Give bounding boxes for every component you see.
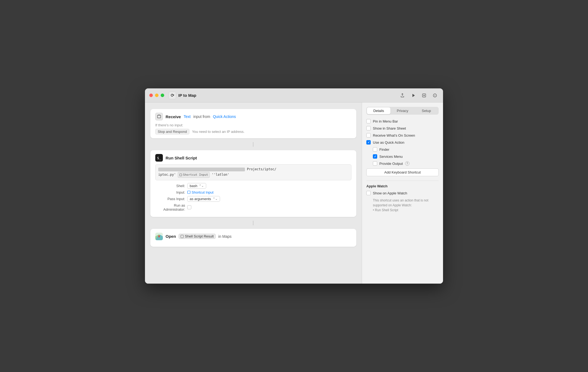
apple-watch-title: Apple Watch bbox=[366, 184, 439, 188]
shell-code-line2: iptoc.py' Shortcut Input ''latlon' bbox=[158, 172, 348, 178]
play-button[interactable] bbox=[409, 92, 417, 99]
finder-checkbox[interactable] bbox=[373, 147, 377, 152]
admin-label: Run as Administrator: bbox=[155, 203, 185, 211]
close-button[interactable] bbox=[149, 94, 153, 97]
input-shortcut-field[interactable]: Shortcut Input bbox=[187, 190, 214, 194]
add-shortcut-button[interactable]: Add Keyboard Shortcut bbox=[366, 168, 439, 176]
admin-row: Run as Administrator: bbox=[155, 203, 351, 211]
titlebar-actions bbox=[399, 92, 439, 99]
receive-screen-label: Receive What's On Screen bbox=[373, 133, 415, 137]
quick-action-suboptions: Finder Services Menu Provide Output ? bbox=[373, 147, 439, 166]
services-menu-row: Services Menu bbox=[373, 154, 439, 159]
window-title: IP to Map bbox=[178, 93, 399, 98]
pin-menu-bar-checkbox[interactable] bbox=[366, 119, 371, 123]
open-title: Open bbox=[166, 234, 176, 239]
pass-input-row: Pass Input: as arguments ⌃⌄ bbox=[155, 196, 351, 202]
no-input-row: Stop and Respond You need to select an I… bbox=[155, 129, 351, 134]
input-field-row: Input: Shortcut Input bbox=[155, 190, 351, 194]
shell-title: Run Shell Script bbox=[166, 156, 197, 160]
stop-respond-badge[interactable]: Stop and Respond bbox=[155, 129, 189, 134]
maps-icon bbox=[155, 233, 163, 240]
finder-row: Finder bbox=[373, 147, 439, 152]
no-input-label: If there's no input: bbox=[155, 123, 351, 127]
apple-watch-warning: This shortcut uses an action that is not… bbox=[373, 198, 439, 213]
section-divider bbox=[366, 181, 439, 181]
main-window: ⟳ IP to Map bbox=[145, 88, 443, 284]
shell-code-line1: Projects/iptoc/ bbox=[158, 167, 348, 172]
sidebar: Details Privacy Setup Pin in Menu Bar Sh… bbox=[362, 102, 443, 284]
maps-card: Open Shell Script Result in Maps bbox=[150, 229, 356, 247]
shell-icon: $_ bbox=[155, 154, 163, 162]
shell-header: $_ Run Shell Script bbox=[155, 154, 351, 162]
main-panel: Receive Text input from Quick Actions If… bbox=[145, 102, 362, 284]
svg-rect-3 bbox=[157, 115, 161, 118]
receive-icon bbox=[155, 113, 163, 120]
iptoc-prefix: iptoc.py' bbox=[158, 173, 176, 177]
shell-select-arrow: ⌃⌄ bbox=[199, 184, 204, 188]
latlon-suffix: ''latlon' bbox=[212, 173, 229, 177]
traffic-lights bbox=[149, 94, 164, 97]
receive-screen-checkbox[interactable] bbox=[366, 133, 371, 137]
pass-input-select[interactable]: as arguments ⌃⌄ bbox=[187, 196, 220, 202]
tab-setup[interactable]: Setup bbox=[415, 107, 438, 114]
receive-type[interactable]: Text bbox=[184, 114, 191, 119]
show-apple-watch-row: Show on Apple Watch bbox=[366, 191, 439, 195]
share-button[interactable] bbox=[399, 92, 406, 99]
receive-screen-row: Receive What's On Screen bbox=[366, 133, 439, 137]
pin-menu-bar-label: Pin in Menu Bar bbox=[373, 119, 398, 123]
svg-rect-5 bbox=[188, 191, 190, 194]
provide-output-checkbox[interactable] bbox=[373, 161, 377, 166]
pass-input-arrow: ⌃⌄ bbox=[213, 197, 218, 201]
shell-card: $_ Run Shell Script Projects/iptoc/ ipto… bbox=[150, 150, 356, 217]
services-menu-checkbox[interactable] bbox=[373, 154, 377, 159]
quick-action-checkbox[interactable] bbox=[366, 140, 371, 145]
show-share-sheet-label: Show in Share Sheet bbox=[373, 126, 406, 130]
shortcut-input-badge: Shortcut Input bbox=[178, 172, 210, 178]
shell-label: Shell: bbox=[155, 184, 185, 188]
finder-label: Finder bbox=[379, 147, 389, 152]
input-label: Input: bbox=[155, 190, 185, 194]
show-share-sheet-checkbox[interactable] bbox=[366, 126, 371, 130]
show-apple-watch-label: Show on Apple Watch bbox=[373, 191, 407, 195]
receive-quick-actions[interactable]: Quick Actions bbox=[213, 114, 236, 119]
receive-input-from: input from bbox=[193, 114, 210, 119]
no-input-text: You need to select an IP address. bbox=[192, 130, 245, 134]
fullscreen-button[interactable] bbox=[161, 94, 164, 97]
info-button[interactable] bbox=[431, 92, 439, 99]
svg-rect-8 bbox=[181, 235, 183, 238]
app-icon: ⟳ bbox=[169, 92, 176, 99]
add-to-shortcuts-button[interactable] bbox=[420, 92, 428, 99]
pin-menu-bar-row: Pin in Menu Bar bbox=[366, 119, 439, 123]
receive-header: Receive Text input from Quick Actions bbox=[155, 113, 351, 120]
projects-path: Projects/iptoc/ bbox=[247, 167, 276, 171]
tab-details[interactable]: Details bbox=[367, 107, 390, 114]
content-area: Receive Text input from Quick Actions If… bbox=[145, 102, 443, 284]
svg-marker-0 bbox=[412, 94, 415, 97]
show-share-sheet-row: Show in Share Sheet bbox=[366, 126, 439, 130]
sidebar-tabs: Details Privacy Setup bbox=[366, 107, 439, 115]
tab-privacy[interactable]: Privacy bbox=[391, 107, 414, 114]
minimize-button[interactable] bbox=[155, 94, 159, 97]
blurred-code bbox=[158, 168, 245, 171]
titlebar: ⟳ IP to Map bbox=[145, 88, 443, 102]
quick-action-row: Use as Quick Action bbox=[366, 140, 439, 145]
quick-action-label: Use as Quick Action bbox=[373, 140, 404, 145]
receive-title: Receive bbox=[166, 114, 181, 119]
shell-result-badge: Shell Script Result bbox=[179, 234, 215, 239]
provide-output-help[interactable]: ? bbox=[405, 161, 409, 166]
admin-checkbox[interactable] bbox=[187, 205, 191, 209]
svg-point-7 bbox=[158, 235, 160, 237]
services-menu-label: Services Menu bbox=[379, 155, 403, 159]
connector-1: │ bbox=[150, 142, 356, 146]
shell-select[interactable]: bash ⌃⌄ bbox=[187, 183, 206, 189]
show-apple-watch-checkbox[interactable] bbox=[366, 191, 371, 195]
shell-field-row: Shell: bash ⌃⌄ bbox=[155, 183, 351, 189]
provide-output-label: Provide Output bbox=[379, 162, 403, 166]
shell-code-area: Projects/iptoc/ iptoc.py' Shortcut Input… bbox=[155, 164, 351, 180]
in-maps-label: in Maps bbox=[218, 234, 232, 239]
provide-output-row: Provide Output ? bbox=[373, 161, 439, 166]
maps-header: Open Shell Script Result in Maps bbox=[155, 233, 351, 240]
receive-card: Receive Text input from Quick Actions If… bbox=[150, 109, 356, 138]
pass-input-label: Pass Input: bbox=[155, 197, 185, 201]
connector-2: │ bbox=[150, 221, 356, 225]
